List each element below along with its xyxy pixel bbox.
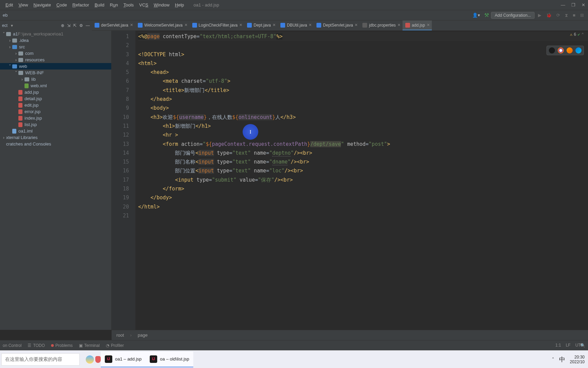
caret-position[interactable]: 1:1 bbox=[555, 343, 561, 348]
menu-window[interactable]: Window bbox=[151, 1, 172, 9]
tree-row[interactable]: cratches and Consoles bbox=[0, 141, 111, 147]
tab-jdbcprops[interactable]: jdbc.properties✕ bbox=[360, 20, 403, 30]
coverage-button[interactable]: ⟳ bbox=[555, 13, 561, 18]
code-editor[interactable]: 123456789101112131415161718192021 <%@pag… bbox=[112, 31, 588, 330]
close-icon[interactable]: ✕ bbox=[397, 23, 401, 27]
todo-tool[interactable]: ☰ TODO bbox=[28, 343, 45, 348]
breadcrumb-item[interactable]: page bbox=[138, 333, 148, 338]
menu-help[interactable]: Help bbox=[172, 1, 187, 9]
tree-row[interactable]: list.jsp bbox=[0, 121, 111, 128]
tree-row[interactable]: detail.jsp bbox=[0, 95, 111, 102]
taskbar-label: oa – old\list.jsp bbox=[160, 356, 189, 362]
tree-row[interactable]: edit.jsp bbox=[0, 102, 111, 108]
tree-row[interactable]: ›resources bbox=[0, 57, 111, 63]
select-opened-file-icon[interactable]: ⊕ bbox=[61, 23, 64, 28]
close-icon[interactable]: ✕ bbox=[355, 23, 358, 27]
project-tree[interactable]: ˅a1 F:\java_workspace\oa1›.idea›src›com›… bbox=[0, 31, 112, 330]
tab-logincheckfilter[interactable]: LoginCheckFilter.java✕ bbox=[190, 20, 245, 30]
firefox-icon[interactable] bbox=[567, 47, 573, 53]
close-icon[interactable]: ✕ bbox=[309, 23, 312, 27]
chevron-down-icon[interactable]: ▾ bbox=[11, 23, 13, 28]
tab-dbutil[interactable]: DBUtil.java✕ bbox=[278, 20, 314, 30]
menu-refactor[interactable]: Refactor bbox=[70, 1, 92, 9]
tab-dept[interactable]: Dept.java✕ bbox=[244, 20, 278, 30]
encoding[interactable]: UTF- bbox=[575, 343, 585, 348]
tray-chevron-icon[interactable]: ˄ bbox=[552, 357, 554, 362]
close-button[interactable]: ✕ bbox=[582, 2, 585, 7]
tab-label: LoginCheckFilter.java bbox=[199, 23, 238, 28]
tree-row[interactable]: add.jsp bbox=[0, 89, 111, 95]
close-icon[interactable]: ✕ bbox=[130, 23, 133, 27]
taskbar-app-oa1[interactable]: IJ oa1 – add.jsp bbox=[101, 352, 146, 367]
taskbar-label: oa1 – add.jsp bbox=[115, 356, 142, 362]
code-area[interactable]: <%@page contentType="text/html;charset=U… bbox=[138, 32, 588, 220]
terminal-tool[interactable]: ▣ Terminal bbox=[79, 343, 100, 348]
builtin-preview-icon[interactable] bbox=[549, 47, 555, 53]
tree-row[interactable]: ˅WEB-INF bbox=[0, 70, 111, 76]
breadcrumb-item[interactable]: root bbox=[116, 333, 124, 338]
clock[interactable]: 20:30 2022/10 bbox=[570, 355, 585, 364]
problems-tool[interactable]: Problems bbox=[51, 343, 73, 348]
tree-row[interactable]: index.jsp bbox=[0, 115, 111, 121]
build-button[interactable]: ⚒ bbox=[484, 12, 489, 18]
user-button[interactable]: 👤▾ bbox=[470, 13, 482, 18]
menu-build[interactable]: Build bbox=[92, 1, 107, 9]
debug-button[interactable]: 🐞 bbox=[545, 13, 553, 18]
menu-vcs[interactable]: VCS bbox=[136, 1, 151, 9]
inspection-widget[interactable]: ⚠ 6 ✔ ⌃ bbox=[570, 32, 584, 37]
ime-indicator[interactable]: 中 bbox=[559, 355, 565, 364]
tree-row[interactable]: oa1.iml bbox=[0, 128, 111, 134]
close-icon[interactable]: ✕ bbox=[239, 23, 242, 27]
chevron-icon[interactable]: ⌃ bbox=[582, 32, 584, 37]
search-everywhere-icon[interactable]: ⊞ bbox=[579, 13, 585, 18]
maximize-button[interactable]: ❐ bbox=[571, 2, 575, 7]
weather-widget[interactable] bbox=[86, 355, 101, 364]
edge-icon[interactable] bbox=[575, 47, 582, 53]
close-icon[interactable]: ✕ bbox=[273, 23, 276, 27]
project-view-label[interactable]: ect bbox=[2, 23, 7, 28]
menu-code[interactable]: Code bbox=[54, 1, 70, 9]
chrome-icon[interactable] bbox=[558, 47, 564, 53]
taskbar-app-oa[interactable]: IJ oa – old\list.jsp bbox=[146, 352, 193, 367]
menu-edit[interactable]: Edit bbox=[3, 1, 16, 9]
menu-run[interactable]: Run bbox=[107, 1, 121, 9]
profile-button[interactable]: ⧗ bbox=[564, 13, 569, 18]
project-tool-header: ect ▾ ⊕ ⇲ ⇱ ⚙ ― bbox=[0, 20, 92, 31]
stop-button[interactable]: ■ bbox=[571, 13, 577, 18]
settings-icon[interactable]: ⚙ bbox=[79, 23, 83, 28]
windows-search-input[interactable]: 在这里输入你要搜索的内容 bbox=[1, 353, 80, 366]
line-ending[interactable]: LF bbox=[566, 343, 571, 348]
menu-view[interactable]: View bbox=[16, 1, 31, 9]
tree-row[interactable]: ›.idea bbox=[0, 37, 111, 44]
tree-row[interactable]: ˅web bbox=[0, 63, 111, 70]
tree-row[interactable]: ›xternal Libraries bbox=[0, 134, 111, 141]
tab-addjsp[interactable]: add.jsp✕ bbox=[403, 20, 432, 30]
tree-row[interactable]: web.xml bbox=[0, 82, 111, 89]
tab-deptservlet[interactable]: DeptServlet.java✕ bbox=[314, 20, 360, 30]
props-icon bbox=[362, 23, 367, 28]
version-control-tool[interactable]: on Control bbox=[3, 343, 21, 348]
expand-all-icon[interactable]: ⇲ bbox=[67, 23, 70, 28]
jsp-icon bbox=[405, 23, 410, 28]
close-icon[interactable]: ✕ bbox=[184, 23, 187, 27]
nav-breadcrumb[interactable]: eb bbox=[3, 13, 7, 18]
window-title: oa1 - add.jsp bbox=[194, 2, 219, 7]
clock-time: 20:30 bbox=[570, 355, 585, 359]
profiler-tool[interactable]: ◔ Profiler bbox=[106, 343, 124, 348]
minimize-button[interactable]: ― bbox=[561, 2, 565, 7]
run-config-combo[interactable]: Add Configuration... bbox=[491, 12, 535, 19]
tab-welcomeservlet[interactable]: WelcomeServlet.java✕ bbox=[135, 20, 190, 30]
tree-row[interactable]: error.jsp bbox=[0, 108, 111, 115]
menu-navigate[interactable]: Navigate bbox=[31, 1, 53, 9]
close-icon[interactable]: ✕ bbox=[427, 23, 430, 27]
tree-row[interactable]: ›src bbox=[0, 44, 111, 50]
run-button[interactable]: ▶ bbox=[537, 13, 543, 18]
tree-row[interactable]: ˅a1 F:\java_workspace\oa1 bbox=[0, 31, 111, 37]
hide-icon[interactable]: ― bbox=[86, 23, 90, 28]
tree-row[interactable]: ›com bbox=[0, 50, 111, 57]
tree-row[interactable]: ›lib bbox=[0, 76, 111, 82]
tab-derservlet[interactable]: derServlet.java✕ bbox=[92, 20, 135, 30]
cursor-highlight: I bbox=[243, 124, 258, 140]
menu-tools[interactable]: Tools bbox=[121, 1, 136, 9]
collapse-all-icon[interactable]: ⇱ bbox=[73, 23, 77, 28]
